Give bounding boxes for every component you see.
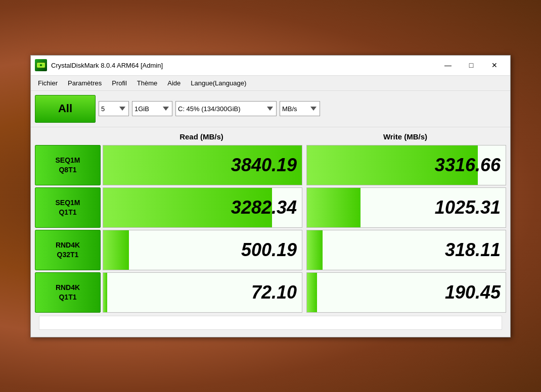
row-label-text: RND4KQ1T1 bbox=[56, 283, 80, 301]
write-value-rnd4k-q1t1: 190.45 bbox=[445, 282, 501, 303]
write-value-seq1m-q1t1: 1025.31 bbox=[435, 197, 501, 218]
menu-parametres[interactable]: Paramètres bbox=[63, 77, 107, 89]
menu-langue[interactable]: Langue(Language) bbox=[186, 77, 251, 89]
read-value-rnd4k-q32t1: 500.19 bbox=[241, 239, 297, 261]
write-header: Write (MB/s) bbox=[304, 130, 506, 143]
row-label-text: SEQ1MQ1T1 bbox=[55, 198, 80, 216]
menu-bar: Fichier Paramètres Profil Thème Aide Lan… bbox=[31, 76, 510, 91]
status-bar bbox=[39, 316, 502, 330]
write-bar-seq1m-q1t1 bbox=[307, 188, 360, 227]
close-button[interactable]: ✕ bbox=[483, 55, 506, 75]
main-window: CrystalDiskMark 8.0.4 ARM64 [Admin] — □ … bbox=[30, 55, 511, 337]
row-label-rnd4k-q32t1: RND4KQ32T1 bbox=[35, 230, 101, 270]
title-bar: CrystalDiskMark 8.0.4 ARM64 [Admin] — □ … bbox=[31, 56, 510, 76]
menu-theme[interactable]: Thème bbox=[132, 77, 162, 89]
unit-select[interactable]: MB/s GB/s IOPS μs bbox=[280, 101, 320, 116]
run-all-button[interactable]: All bbox=[35, 95, 96, 123]
app-icon bbox=[35, 59, 47, 71]
read-cell-rnd4k-q1t1: 72.10 bbox=[103, 272, 302, 313]
headers-row: Read (MB/s) Write (MB/s) bbox=[35, 130, 506, 143]
write-cell-rnd4k-q32t1: 318.11 bbox=[306, 230, 506, 270]
write-cell-seq1m-q8t1: 3316.66 bbox=[306, 145, 506, 185]
window-title: CrystalDiskMark 8.0.4 ARM64 [Admin] bbox=[51, 62, 436, 69]
row-label-seq1m-q8t1: SEQ1MQ8T1 bbox=[35, 145, 101, 185]
svg-point-2 bbox=[40, 64, 42, 66]
maximize-button[interactable]: □ bbox=[460, 55, 483, 75]
drive-select[interactable]: C: 45% (134/300GiB) bbox=[175, 101, 277, 116]
minimize-button[interactable]: — bbox=[436, 55, 460, 75]
write-value-rnd4k-q32t1: 318.11 bbox=[445, 239, 501, 261]
read-value-seq1m-q1t1: 3282.34 bbox=[231, 197, 297, 218]
row-label-rnd4k-q1t1: RND4KQ1T1 bbox=[35, 272, 101, 313]
count-select[interactable]: 5 1 3 10 bbox=[99, 101, 129, 116]
read-bar-rnd4k-q32t1 bbox=[103, 230, 129, 270]
read-cell-seq1m-q1t1: 3282.34 bbox=[103, 187, 302, 228]
table-row: SEQ1MQ1T1 3282.34 1025.31 bbox=[35, 187, 506, 228]
label-col-spacer bbox=[35, 130, 101, 143]
write-cell-rnd4k-q1t1: 190.45 bbox=[306, 272, 506, 313]
read-value-rnd4k-q1t1: 72.10 bbox=[251, 282, 297, 303]
menu-fichier[interactable]: Fichier bbox=[33, 77, 63, 89]
read-bar-rnd4k-q1t1 bbox=[103, 273, 107, 312]
read-header: Read (MB/s) bbox=[101, 130, 302, 143]
row-label-text: SEQ1MQ8T1 bbox=[55, 156, 80, 174]
row-label-seq1m-q1t1: SEQ1MQ1T1 bbox=[35, 187, 101, 228]
read-cell-seq1m-q8t1: 3840.19 bbox=[103, 145, 302, 185]
menu-profil[interactable]: Profil bbox=[107, 77, 132, 89]
table-row: RND4KQ1T1 72.10 190.45 bbox=[35, 272, 506, 313]
write-value-seq1m-q8t1: 3316.66 bbox=[435, 155, 501, 176]
write-cell-seq1m-q1t1: 1025.31 bbox=[306, 187, 506, 228]
table-row: SEQ1MQ8T1 3840.19 3316.66 bbox=[35, 145, 506, 185]
toolbar: All 5 1 3 10 1GiB 512MiB 2GiB 4GiB C: 45… bbox=[31, 91, 510, 127]
write-bar-rnd4k-q32t1 bbox=[307, 230, 323, 270]
read-cell-rnd4k-q32t1: 500.19 bbox=[103, 230, 302, 270]
row-label-text: RND4KQ32T1 bbox=[56, 240, 80, 259]
window-controls: — □ ✕ bbox=[436, 55, 506, 75]
write-bar-rnd4k-q1t1 bbox=[307, 273, 317, 312]
table-row: RND4KQ32T1 500.19 318.11 bbox=[35, 230, 506, 270]
read-value-seq1m-q8t1: 3840.19 bbox=[231, 155, 297, 176]
content-area: Read (MB/s) Write (MB/s) SEQ1MQ8T1 3840.… bbox=[31, 127, 510, 337]
menu-aide[interactable]: Aide bbox=[162, 77, 186, 89]
size-select[interactable]: 1GiB 512MiB 2GiB 4GiB bbox=[132, 101, 172, 116]
